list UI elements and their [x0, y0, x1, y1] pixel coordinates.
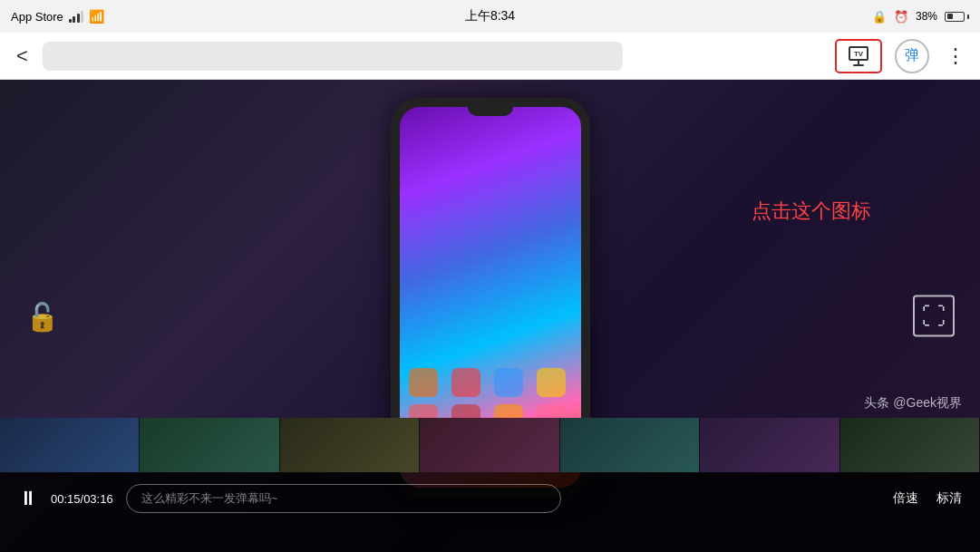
video-area: 🔓 ⛶ 点击这个图标 ⏸ 00:15/03:16 这么精彩不来一发弹幕吗~ 倍速…: [0, 80, 980, 552]
tv-stand: [858, 61, 859, 64]
app-icon-3: [494, 368, 523, 397]
lock-status-icon: 🔒: [872, 10, 887, 24]
signal-bar-2: [73, 16, 75, 23]
signal-bar-4: [81, 11, 83, 23]
time-display: 00:15/03:16: [51, 492, 113, 506]
phone-notch: [468, 107, 513, 116]
thumb-item-4[interactable]: [420, 418, 559, 472]
signal-bar-1: [69, 19, 72, 23]
thumbnail-strip: [0, 418, 980, 472]
thumb-item-6[interactable]: [700, 418, 839, 472]
status-left: App Store 📶: [11, 9, 104, 24]
wifi-icon: 📶: [89, 9, 104, 24]
nav-actions: 弹 ⋮: [835, 39, 969, 73]
speed-button[interactable]: 倍速: [893, 490, 918, 507]
controls-bottom: ⏸ 00:15/03:16 这么精彩不来一发弹幕吗~ 倍速 标清: [0, 472, 980, 525]
danmu-input-field[interactable]: 这么精彩不来一发弹幕吗~: [126, 484, 561, 513]
expand-icon[interactable]: ⛶: [913, 295, 955, 336]
thumb-item-1[interactable]: [0, 418, 140, 472]
tv-screen-icon: [849, 46, 868, 61]
watermark: 头条 @Geek视界: [864, 395, 962, 412]
danmu-toggle-button[interactable]: 弹: [895, 39, 929, 73]
battery-icon: [945, 12, 969, 22]
thumb-item-2[interactable]: [140, 418, 279, 472]
signal-bars: [69, 11, 84, 23]
battery-fill: [947, 14, 953, 19]
signal-bar-3: [77, 14, 80, 23]
app-icon-4: [537, 368, 566, 397]
left-controls: 🔓: [25, 300, 59, 332]
quality-button[interactable]: 标清: [936, 490, 962, 507]
url-bar[interactable]: [43, 42, 623, 71]
app-icon-1: [409, 368, 438, 397]
danmu-label: 弹: [905, 46, 919, 65]
player-right-controls: 倍速 标清: [893, 490, 962, 507]
more-options-button[interactable]: ⋮: [942, 41, 969, 72]
status-bar: App Store 📶 上午8:34 🔒 ⏰ 38%: [0, 0, 980, 33]
annotation-text: 点击这个图标: [752, 198, 871, 225]
nav-bar: < 弹 ⋮: [0, 33, 980, 80]
back-button[interactable]: <: [11, 41, 34, 72]
battery-body: [945, 12, 965, 22]
thumb-item-7[interactable]: [840, 418, 980, 472]
danmu-placeholder: 这么精彩不来一发弹幕吗~: [141, 490, 278, 507]
tv-icon: [849, 46, 868, 66]
battery-percent: 38%: [916, 10, 937, 23]
app-icon-2: [451, 368, 480, 397]
controls-bar: ⏸ 00:15/03:16 这么精彩不来一发弹幕吗~ 倍速 标清: [0, 472, 980, 552]
thumb-item-3[interactable]: [280, 418, 420, 472]
app-store-label: App Store: [11, 10, 63, 24]
battery-tip: [967, 15, 969, 19]
status-right: 🔒 ⏰ 38%: [872, 10, 969, 24]
play-pause-button[interactable]: ⏸: [18, 487, 38, 510]
lock-icon[interactable]: 🔓: [25, 300, 59, 332]
tv-base: [853, 64, 864, 66]
tv-cast-button[interactable]: [835, 39, 882, 73]
status-time: 上午8:34: [465, 8, 515, 24]
alarm-icon: ⏰: [894, 10, 908, 24]
thumb-item-5[interactable]: [560, 418, 700, 472]
right-controls: ⛶: [913, 302, 955, 330]
